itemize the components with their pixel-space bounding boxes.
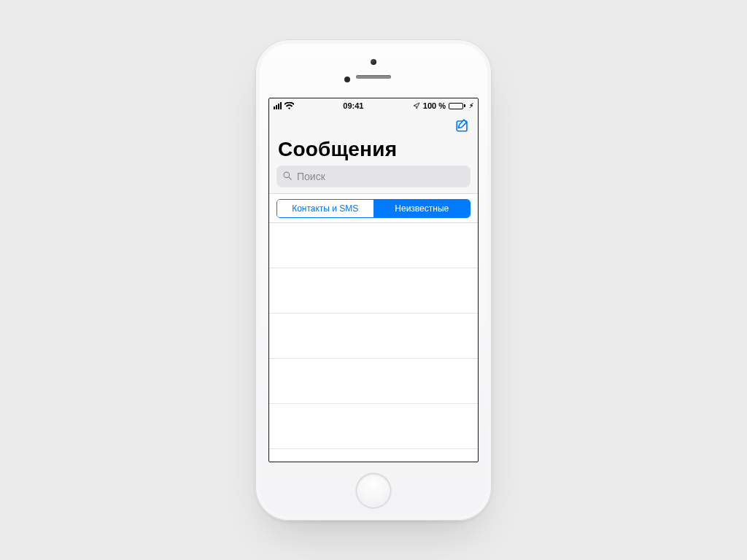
- battery-icon: [449, 103, 465, 109]
- svg-line-2: [289, 177, 291, 179]
- status-bar: 09:41 100 % ⚡︎: [269, 98, 478, 113]
- status-left: [274, 102, 294, 109]
- list-row[interactable]: [269, 449, 478, 462]
- segment-unknown[interactable]: Неизвестные: [374, 200, 471, 217]
- compose-button[interactable]: [454, 117, 471, 133]
- earpiece-speaker: [356, 75, 391, 79]
- status-time: 09:41: [343, 101, 363, 110]
- front-camera: [371, 59, 376, 65]
- iphone-device-frame: 09:41 100 % ⚡︎: [255, 39, 492, 521]
- filter-segmented-control[interactable]: Контакты и SMS Неизвестные: [276, 199, 471, 218]
- status-right: 100 % ⚡︎: [413, 101, 473, 110]
- list-row[interactable]: [269, 359, 478, 404]
- search-icon: [282, 171, 293, 183]
- messages-list[interactable]: [269, 223, 478, 462]
- cellular-signal-icon: [274, 102, 282, 109]
- list-row[interactable]: [269, 268, 478, 314]
- list-row[interactable]: [269, 314, 478, 359]
- proximity-sensor: [344, 77, 350, 82]
- screen: 09:41 100 % ⚡︎: [268, 98, 479, 462]
- segment-contacts-sms[interactable]: Контакты и SMS: [277, 200, 374, 217]
- charging-icon: ⚡︎: [469, 103, 473, 109]
- list-row[interactable]: [269, 404, 478, 449]
- search-input[interactable]: [297, 171, 465, 182]
- location-icon: [413, 102, 420, 109]
- filter-segment-row: Контакты и SMS Неизвестные: [269, 194, 478, 223]
- home-button[interactable]: [356, 473, 391, 508]
- list-row[interactable]: [269, 223, 478, 268]
- page-title: Сообщения: [276, 138, 471, 161]
- wifi-icon: [285, 102, 294, 109]
- search-field[interactable]: [276, 166, 471, 187]
- navigation-bar: Сообщения: [269, 113, 478, 194]
- svg-point-1: [284, 172, 290, 178]
- battery-percent-label: 100 %: [423, 101, 446, 110]
